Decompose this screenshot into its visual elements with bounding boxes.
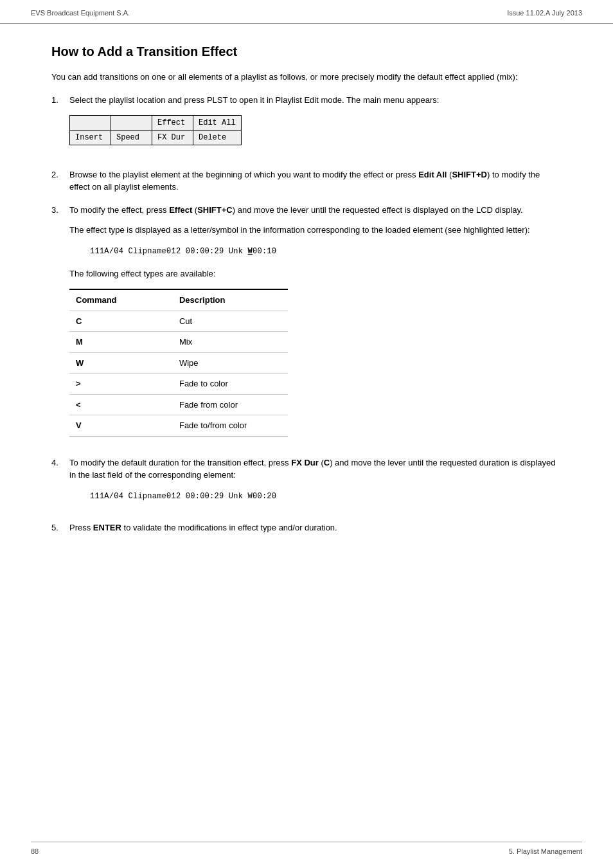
page-title: How to Add a Transition Effect xyxy=(51,44,562,59)
effect-description: Fade to/from color xyxy=(173,415,288,437)
effect-description: Wipe xyxy=(173,352,288,374)
step-1-content: Select the playlist location and press P… xyxy=(69,94,562,158)
step-3-bold1: Effect xyxy=(169,205,192,215)
step-3-sub: The effect type is displayed as a letter… xyxy=(69,224,562,237)
step-2: 2. Browse to the playlist element at the… xyxy=(51,168,562,194)
step-5-bold1: ENTER xyxy=(93,523,121,532)
step-3-code-bold: W xyxy=(248,247,253,256)
table-row: WWipe xyxy=(69,352,288,374)
menu-cell: Insert xyxy=(70,131,111,145)
step-3-shortcut: SHIFT+C xyxy=(197,205,233,215)
step-4-text-before: To modify the default duration for the t… xyxy=(69,458,291,467)
effect-table-header-description: Description xyxy=(173,289,288,311)
step-3-num: 3. xyxy=(51,204,69,446)
step-2-content: Browse to the playlist element at the be… xyxy=(69,168,562,194)
steps-list: 1. Select the playlist location and pres… xyxy=(51,94,562,534)
step-4: 4. To modify the default duration for th… xyxy=(51,457,562,511)
effect-command: < xyxy=(69,394,173,415)
menu-cell xyxy=(70,116,111,131)
menu-cell: Edit All xyxy=(193,116,242,131)
effect-command: V xyxy=(69,415,173,437)
step-2-num: 2. xyxy=(51,168,69,194)
step-3-text-before: To modify the effect, press xyxy=(69,205,169,215)
header-right: Issue 11.02.A July 2013 xyxy=(507,9,582,17)
effect-command: W xyxy=(69,352,173,374)
step-4-bold1: FX Dur xyxy=(291,458,319,467)
table-row: MMix xyxy=(69,332,288,353)
effect-description: Mix xyxy=(173,332,288,353)
effect-command: M xyxy=(69,332,173,353)
following-text: The following effect types are available… xyxy=(69,267,562,280)
page-footer: 88 5. Playlist Management xyxy=(31,842,582,855)
menu-table: EffectEdit AllInsertSpeedFX DurDelete xyxy=(69,115,242,145)
step-4-code: 111A/04 Clipname012 00:00:29 Unk W00:20 xyxy=(90,491,562,502)
effect-command: > xyxy=(69,374,173,395)
step-1: 1. Select the playlist location and pres… xyxy=(51,94,562,158)
page-header: EVS Broadcast Equipment S.A. Issue 11.02… xyxy=(0,0,613,24)
main-content: How to Add a Transition Effect You can a… xyxy=(0,24,613,595)
menu-cell: FX Dur xyxy=(152,131,193,145)
menu-ui: EffectEdit AllInsertSpeedFX DurDelete xyxy=(69,115,242,145)
step-3-content: To modify the effect, press Effect (SHIF… xyxy=(69,204,562,446)
footer-left: 88 xyxy=(31,847,39,855)
page: EVS Broadcast Equipment S.A. Issue 11.02… xyxy=(0,0,613,868)
footer-right: 5. Playlist Management xyxy=(509,847,582,855)
step-2-bold-shortcut: SHIFT+D xyxy=(452,170,487,179)
effect-table-header-command: Command xyxy=(69,289,173,311)
step-4-num: 4. xyxy=(51,457,69,511)
table-row: VFade to/from color xyxy=(69,415,288,437)
step-4-content: To modify the default duration for the t… xyxy=(69,457,562,511)
step-2-paren1: (SHIFT+D) xyxy=(447,170,490,179)
effect-table: Command Description CCutMMixWWipe>Fade t… xyxy=(69,289,288,437)
step-3: 3. To modify the effect, press Effect (S… xyxy=(51,204,562,446)
step-3-code: 111A/04 Clipname012 00:00:29 Unk W00:10 xyxy=(90,246,562,257)
table-row: CCut xyxy=(69,311,288,332)
effect-command: C xyxy=(69,311,173,332)
step-5-text-after: to validate the modifications in effect … xyxy=(121,523,337,532)
table-row: >Fade to color xyxy=(69,374,288,395)
step-3-paren1: (SHIFT+C) xyxy=(192,205,235,215)
step-5: 5. Press ENTER to validate the modificat… xyxy=(51,521,562,534)
table-row: <Fade from color xyxy=(69,394,288,415)
step-5-content: Press ENTER to validate the modification… xyxy=(69,521,562,534)
intro-paragraph: You can add transitions on one or all el… xyxy=(51,71,562,84)
step-2-bold1: Edit All xyxy=(418,170,447,179)
menu-cell: Effect xyxy=(152,116,193,131)
step-1-text: Select the playlist location and press P… xyxy=(69,95,439,105)
header-left: EVS Broadcast Equipment S.A. xyxy=(31,9,130,17)
step-5-num: 5. xyxy=(51,521,69,534)
effect-description: Cut xyxy=(173,311,288,332)
step-4-paren1: (C) xyxy=(319,458,333,467)
step-1-num: 1. xyxy=(51,94,69,158)
step-5-text-before: Press xyxy=(69,523,93,532)
menu-cell xyxy=(111,116,152,131)
menu-cell: Delete xyxy=(193,131,242,145)
step-4-shortcut: C xyxy=(324,458,330,467)
step-3-text-after: and move the lever until the requested e… xyxy=(235,205,523,215)
effect-description: Fade from color xyxy=(173,394,288,415)
step-2-text-before: Browse to the playlist element at the be… xyxy=(69,170,418,179)
menu-cell: Speed xyxy=(111,131,152,145)
effect-description: Fade to color xyxy=(173,374,288,395)
